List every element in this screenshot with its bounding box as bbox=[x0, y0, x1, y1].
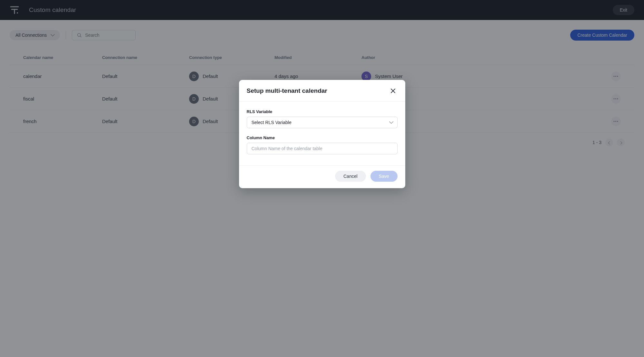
rls-variable-select[interactable]: Select RLS Variable bbox=[247, 117, 398, 128]
close-icon bbox=[391, 89, 395, 93]
save-button[interactable]: Save bbox=[370, 171, 398, 182]
modal-close-button[interactable] bbox=[389, 86, 398, 95]
modal-footer: Cancel Save bbox=[239, 165, 405, 188]
rls-variable-field: RLS Variable Select RLS Variable bbox=[247, 109, 398, 128]
cancel-button[interactable]: Cancel bbox=[335, 171, 366, 182]
modal-title: Setup multi-tenant calendar bbox=[247, 87, 327, 94]
column-name-input-wrap[interactable] bbox=[247, 143, 398, 154]
column-name-label: Column Name bbox=[247, 135, 398, 140]
column-name-field: Column Name bbox=[247, 135, 398, 154]
modal-header: Setup multi-tenant calendar bbox=[239, 80, 405, 101]
modal-body: RLS Variable Select RLS Variable Column … bbox=[239, 101, 405, 165]
modal-overlay: Setup multi-tenant calendar RLS Variable… bbox=[0, 0, 644, 357]
setup-multi-tenant-modal: Setup multi-tenant calendar RLS Variable… bbox=[239, 80, 405, 188]
column-name-input[interactable] bbox=[252, 146, 393, 151]
rls-variable-label: RLS Variable bbox=[247, 109, 398, 114]
chevron-down-icon bbox=[390, 120, 393, 125]
rls-variable-placeholder: Select RLS Variable bbox=[252, 120, 292, 125]
